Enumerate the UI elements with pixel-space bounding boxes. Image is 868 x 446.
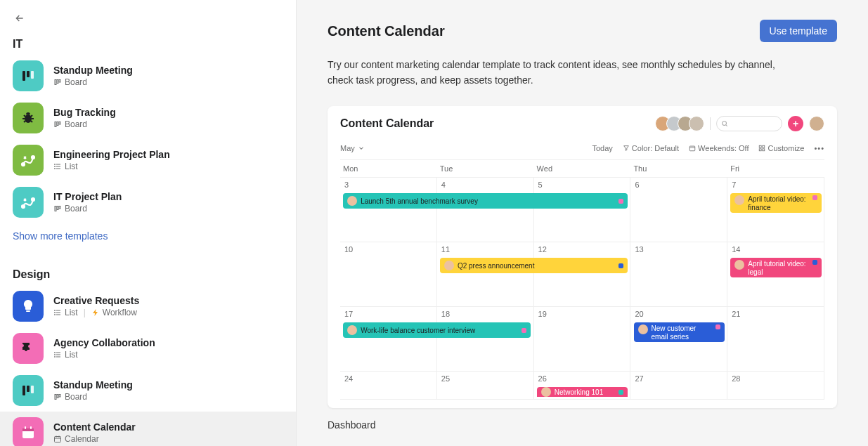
calendar-toolbar: May Today Color: Default Weekends: Off xyxy=(340,141,824,160)
template-name: Creative Requests xyxy=(53,295,283,306)
date-label: 25 xyxy=(437,374,533,386)
customize-option[interactable]: Customize xyxy=(758,144,804,152)
template-item[interactable]: Engineering Project PlanList xyxy=(0,139,296,181)
template-item[interactable]: Standup MeetingBoard xyxy=(0,369,296,412)
svg-rect-20 xyxy=(26,310,30,312)
calendar-icon xyxy=(689,145,696,152)
date-label: 17 xyxy=(340,310,436,321)
svg-rect-30 xyxy=(55,395,56,400)
event-badge xyxy=(618,263,623,268)
date-label: 12 xyxy=(534,245,630,256)
puzzle-icon xyxy=(13,333,44,364)
back-button[interactable] xyxy=(10,8,30,28)
date-label: 24 xyxy=(340,374,436,386)
template-item[interactable]: Creative RequestsList|Workflow xyxy=(0,285,296,327)
calendar-event[interactable]: April tutorial video: legal xyxy=(730,258,822,277)
template-name: Standup Meeting xyxy=(53,65,283,76)
template-name: Standup Meeting xyxy=(53,379,283,391)
calendar-cell[interactable]: 25 xyxy=(437,372,534,400)
calendar-cell[interactable]: 5 xyxy=(534,178,631,242)
svg-rect-42 xyxy=(760,149,762,151)
svg-rect-5 xyxy=(59,80,60,83)
calendar-cell[interactable]: 13 xyxy=(630,242,727,307)
calendar-event[interactable]: Q2 press announcement xyxy=(440,258,628,273)
more-icon[interactable]: ••• xyxy=(814,144,824,152)
event-badge xyxy=(812,195,817,200)
svg-rect-31 xyxy=(57,395,58,398)
template-meta: List|Workflow xyxy=(53,308,283,317)
calendar-cell[interactable]: 17 xyxy=(340,307,437,372)
show-more-link[interactable]: Show more templates xyxy=(0,223,296,249)
bug-icon xyxy=(13,103,44,133)
event-label: April tutorial video: finance xyxy=(748,195,809,211)
svg-rect-1 xyxy=(27,71,30,77)
svg-rect-8 xyxy=(57,122,58,126)
today-button[interactable]: Today xyxy=(592,144,612,152)
svg-point-24 xyxy=(55,353,56,353)
svg-rect-36 xyxy=(30,426,32,429)
template-item[interactable]: Bug TrackingBoard xyxy=(0,97,296,139)
calendar-cell[interactable]: 4 xyxy=(437,178,534,242)
calendar-cell[interactable]: 19 xyxy=(534,307,631,372)
calendar-cell[interactable]: 12 xyxy=(534,242,631,307)
calendar-cell[interactable]: 21 xyxy=(727,307,824,372)
weekday-header: Fri xyxy=(727,160,824,178)
current-user-avatar[interactable] xyxy=(809,116,824,131)
calendar-event[interactable]: Work-life balance customer interview xyxy=(343,322,531,338)
calendar-cell[interactable]: 6 xyxy=(630,178,727,242)
template-meta: List xyxy=(53,162,283,171)
event-badge xyxy=(522,328,526,333)
arrow-left-icon xyxy=(14,13,25,24)
search-input[interactable] xyxy=(716,116,782,131)
use-template-button[interactable]: Use template xyxy=(760,20,837,42)
calendar-event[interactable]: Launch 5th annual benchmark survey xyxy=(343,193,628,209)
calendar-cell[interactable]: 11 xyxy=(437,242,534,307)
svg-rect-2 xyxy=(31,71,34,79)
svg-rect-9 xyxy=(59,122,60,125)
calendar-cell[interactable]: 27 xyxy=(630,372,727,400)
svg-rect-32 xyxy=(59,395,60,398)
template-meta: List xyxy=(53,350,283,360)
svg-rect-39 xyxy=(689,146,695,151)
color-option[interactable]: Color: Default xyxy=(623,144,679,152)
template-meta: Board xyxy=(53,119,283,129)
assignee-avatar xyxy=(347,196,357,206)
weekday-header: Tue xyxy=(437,160,534,178)
weekends-option[interactable]: Weekends: Off xyxy=(689,144,749,152)
date-label: 7 xyxy=(727,181,824,192)
svg-point-12 xyxy=(55,164,56,165)
template-item[interactable]: Agency CollaborationList xyxy=(0,327,296,369)
avatar xyxy=(689,116,704,131)
calendar-cell[interactable]: 24 xyxy=(340,372,437,400)
page-title: Content Calendar xyxy=(328,23,445,39)
date-label: 20 xyxy=(630,310,727,321)
calendar-icon xyxy=(13,417,44,446)
calendar-event[interactable]: New customer email series xyxy=(634,322,725,342)
calendar-cell[interactable]: 28 xyxy=(727,372,824,400)
assignee-avatar xyxy=(734,260,744,270)
template-item[interactable]: IT Project PlanBoard xyxy=(0,181,296,223)
section-title: Design xyxy=(0,264,296,285)
event-label: New customer email series xyxy=(652,324,713,341)
calendar-cell[interactable]: 18 xyxy=(437,307,534,372)
svg-point-13 xyxy=(55,166,56,167)
template-meta: Calendar xyxy=(53,434,283,444)
month-picker[interactable]: May xyxy=(340,144,365,152)
month-label: May xyxy=(340,144,355,152)
calendar-event[interactable]: Networking 101 xyxy=(537,387,628,397)
calendar-cell[interactable]: 3 xyxy=(340,178,437,242)
date-label: 21 xyxy=(727,310,824,321)
template-item[interactable]: Content CalendarCalendar xyxy=(0,412,296,446)
template-name: Content Calendar xyxy=(53,421,283,433)
template-item[interactable]: Standup MeetingBoard xyxy=(0,55,296,97)
section-title: IT xyxy=(0,34,296,55)
calendar-event[interactable]: April tutorial video: finance xyxy=(730,193,822,213)
svg-rect-17 xyxy=(55,206,56,211)
board-icon xyxy=(13,60,44,91)
svg-rect-35 xyxy=(25,426,26,429)
dashboard-heading: Dashboard xyxy=(328,419,837,431)
svg-point-16 xyxy=(32,198,34,201)
add-button[interactable]: + xyxy=(788,116,803,131)
calendar-cell[interactable]: 10 xyxy=(340,242,437,307)
svg-point-11 xyxy=(32,156,34,159)
